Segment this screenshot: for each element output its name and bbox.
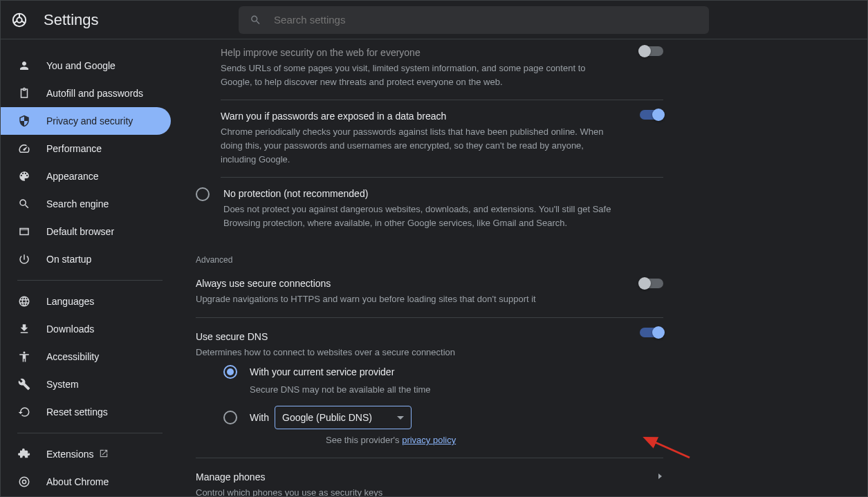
- dns-option-with-provider[interactable]: With Google (Public DNS): [223, 406, 663, 429]
- sidebar-item-label: Downloads: [46, 323, 94, 335]
- sidebar-item-label: Reset settings: [46, 406, 108, 418]
- accessibility-icon: [17, 350, 31, 364]
- sidebar-item-autofill[interactable]: Autofill and passwords: [1, 79, 179, 107]
- setting-title: Help improve security on the web for eve…: [221, 45, 615, 60]
- sidebar-item-system[interactable]: System: [1, 371, 179, 398]
- svg-point-3: [22, 480, 26, 483]
- setting-title: Warn you if passwords are exposed in a d…: [221, 109, 615, 124]
- privacy-policy-link[interactable]: privacy policy: [402, 435, 456, 445]
- search-box[interactable]: [239, 6, 709, 34]
- secure-dns-options: With your current service provider Secur…: [196, 359, 663, 445]
- dns-option-label: With: [250, 412, 269, 423]
- policy-prefix: See this provider's: [326, 435, 402, 445]
- content-area: Help improve security on the web for eve…: [179, 39, 867, 496]
- setting-secure-dns: Use secure DNS Determines how to connect…: [196, 318, 663, 359]
- sidebar-item-on-startup[interactable]: On startup: [1, 245, 179, 273]
- sidebar-divider: [17, 433, 163, 433]
- sidebar-item-label: On startup: [46, 254, 91, 265]
- sidebar: You and Google Autofill and passwords Pr…: [1, 39, 179, 496]
- shield-icon: [17, 114, 31, 128]
- setting-always-secure-connections: Always use secure connections Upgrade na…: [196, 269, 663, 317]
- setting-password-breach-warning: Warn you if passwords are exposed in a d…: [196, 100, 663, 178]
- setting-description: Sends URLs of some pages you visit, limi…: [221, 62, 615, 89]
- setting-help-improve-security: Help improve security on the web for eve…: [196, 39, 663, 100]
- power-icon: [17, 252, 31, 266]
- sidebar-item-languages[interactable]: Languages: [1, 288, 179, 315]
- search-icon: [250, 14, 261, 26]
- browser-icon: [17, 225, 31, 238]
- globe-icon: [17, 294, 31, 308]
- no-protection-radio[interactable]: [196, 187, 210, 201]
- sidebar-item-label: Performance: [46, 143, 102, 154]
- dns-provider-value: Google (Public DNS): [282, 412, 372, 423]
- setting-description: Does not protect you against dangerous w…: [223, 203, 615, 230]
- external-link-icon: [99, 449, 109, 460]
- search-icon: [17, 197, 31, 211]
- setting-title: Use secure DNS: [196, 329, 615, 344]
- sidebar-item-label: Privacy and security: [46, 115, 133, 126]
- palette-icon: [17, 169, 31, 183]
- setting-manage-phones[interactable]: Manage phones Control which phones you u…: [196, 458, 663, 496]
- setting-description: Upgrade navigations to HTTPS and warn yo…: [196, 292, 615, 306]
- dns-option-current-provider[interactable]: With your current service provider: [223, 365, 663, 379]
- sidebar-item-search-engine[interactable]: Search engine: [1, 190, 179, 218]
- wrench-icon: [17, 377, 31, 391]
- sidebar-item-accessibility[interactable]: Accessibility: [1, 343, 179, 371]
- sidebar-item-reset[interactable]: Reset settings: [1, 398, 179, 426]
- setting-description: Determines how to connect to websites ov…: [196, 346, 615, 359]
- setting-no-protection[interactable]: No protection (not recommended) Does not…: [196, 178, 663, 241]
- chevron-down-icon: [397, 416, 404, 420]
- sidebar-item-label: Accessibility: [46, 351, 99, 362]
- sidebar-item-you-and-google[interactable]: You and Google: [1, 52, 179, 79]
- restore-icon: [17, 405, 31, 419]
- sidebar-item-label: You and Google: [46, 60, 116, 71]
- setting-title: Always use secure connections: [196, 276, 615, 291]
- sidebar-item-privacy[interactable]: Privacy and security: [1, 107, 171, 135]
- sidebar-item-performance[interactable]: Performance: [1, 135, 179, 162]
- sidebar-item-label: Appearance: [46, 171, 99, 182]
- clipboard-icon: [17, 86, 31, 100]
- page-title: Settings: [44, 11, 99, 29]
- password-breach-toggle[interactable]: [640, 110, 663, 120]
- search-input[interactable]: [274, 14, 698, 26]
- dns-option-sublabel: Secure DNS may not be available all the …: [250, 384, 663, 395]
- svg-point-1: [17, 17, 21, 22]
- sidebar-item-default-browser[interactable]: Default browser: [1, 218, 179, 245]
- dns-with-provider-radio[interactable]: [223, 411, 237, 424]
- always-https-toggle[interactable]: [640, 279, 663, 288]
- person-icon: [17, 59, 31, 73]
- sidebar-item-label: Languages: [46, 296, 94, 307]
- dns-provider-select[interactable]: Google (Public DNS): [275, 406, 412, 429]
- extension-icon: [17, 447, 31, 461]
- sidebar-item-label: Extensions: [46, 449, 93, 460]
- sidebar-item-label: Default browser: [46, 226, 114, 237]
- chrome-icon: [17, 475, 31, 489]
- svg-point-2: [19, 477, 29, 487]
- sidebar-item-appearance[interactable]: Appearance: [1, 162, 179, 190]
- sidebar-divider: [17, 280, 163, 281]
- sidebar-item-label: Autofill and passwords: [46, 88, 143, 99]
- setting-title: Manage phones: [196, 469, 663, 485]
- setting-description: Control which phones you use as security…: [196, 486, 663, 496]
- dns-provider-policy-line: See this provider's privacy policy: [326, 435, 663, 445]
- dns-current-provider-radio[interactable]: [223, 365, 237, 379]
- download-icon: [17, 322, 31, 336]
- setting-title: No protection (not recommended): [223, 186, 615, 201]
- dns-option-label: With your current service provider: [250, 366, 394, 377]
- sidebar-item-about[interactable]: About Chrome: [1, 468, 179, 496]
- sidebar-item-extensions[interactable]: Extensions: [1, 440, 179, 468]
- help-improve-toggle[interactable]: [640, 46, 663, 56]
- sidebar-item-label: System: [46, 379, 79, 390]
- sidebar-item-label: Search engine: [46, 198, 109, 209]
- setting-description: Chrome periodically checks your password…: [221, 125, 615, 167]
- chevron-right-icon: [658, 473, 662, 479]
- speedometer-icon: [17, 142, 31, 156]
- top-bar: Settings: [1, 1, 867, 39]
- chrome-logo-icon: [12, 12, 27, 28]
- section-label-advanced: Advanced: [196, 241, 663, 269]
- sidebar-item-label: About Chrome: [46, 476, 109, 487]
- sidebar-item-downloads[interactable]: Downloads: [1, 315, 179, 343]
- secure-dns-toggle[interactable]: [640, 328, 663, 337]
